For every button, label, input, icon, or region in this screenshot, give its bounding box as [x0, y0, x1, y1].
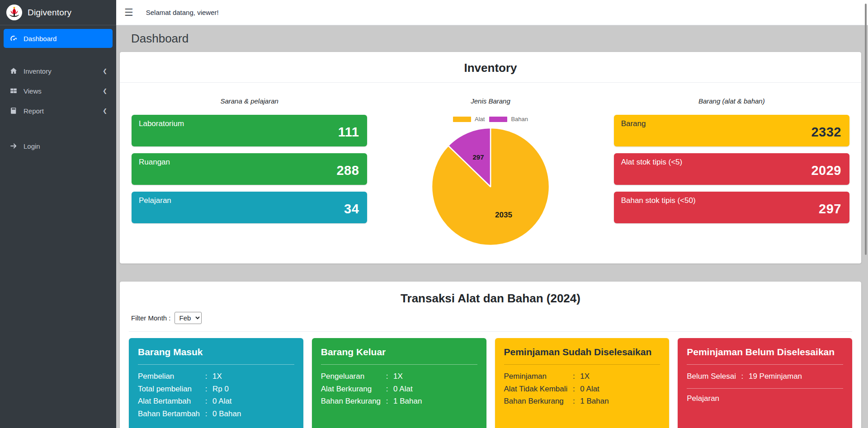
gauge-icon: [9, 34, 18, 43]
stat-card-laboratorium: Laboratorium 111: [132, 115, 367, 146]
card-rows: Belum Selesai : 19 Peminjaman: [687, 370, 843, 383]
brand-name: Digiventory: [28, 8, 71, 18]
card-rows: Pembelian : 1X Total pembelian : Rp 0 Al…: [138, 370, 294, 420]
stat-card-pelajaran: Pelajaran 34: [132, 192, 367, 223]
card-rows: Peminjaman : 1X Alat Tidak Kembali : 0 A…: [504, 370, 660, 408]
stat-card-barang: Barang 2332: [614, 115, 849, 146]
card-peminjaman-belum: Peminjaman Belum Diselesaikan Belum Sele…: [678, 338, 852, 428]
row-value: 0 Alat: [580, 383, 660, 395]
divider: [687, 388, 843, 389]
sidebar-item-inventory[interactable]: Inventory ❮: [4, 61, 113, 80]
page-title: Dashboard: [131, 32, 861, 46]
card-title: Peminjaman Sudah Diselesaikan: [504, 346, 660, 358]
row-label: Belum Selesai: [687, 370, 736, 383]
row-label: Alat Tidak Kembali: [504, 383, 568, 395]
row-label: Peminjaman: [504, 370, 568, 383]
home-icon: [9, 66, 18, 75]
row-label: Pengeluaran: [321, 370, 381, 383]
inventory-panel-title: Inventory: [127, 61, 854, 75]
stat-value: 2332: [811, 125, 841, 140]
university-emblem-icon: [6, 5, 22, 20]
sidebar-item-report[interactable]: Report ❮: [4, 101, 113, 120]
row-label: Pembelian: [138, 370, 200, 383]
column-caption: Sarana & pelajaran: [132, 97, 367, 105]
legend-label: Alat: [475, 116, 485, 122]
transaksi-panel-header: Transaksi Alat dan Bahan (2024) Filter M…: [120, 282, 861, 332]
row-label: Bahan Berkurang: [321, 395, 381, 408]
chevron-left-icon[interactable]: ❮: [103, 68, 107, 74]
topbar: ☰ Selamat datang, viewer!: [116, 0, 868, 25]
separator: :: [570, 395, 577, 408]
pie-legend: Alat Bahan: [453, 116, 528, 122]
scrollbar-thumb[interactable]: [865, 4, 867, 255]
column-barang-alat-bahan: Barang (alat & bahan) Barang 2332 Alat s…: [611, 91, 852, 247]
separator: :: [570, 383, 577, 395]
separator: :: [383, 383, 391, 395]
inventory-panel: Inventory Sarana & pelajaran Laboratoriu…: [120, 52, 861, 263]
separator: :: [383, 395, 391, 408]
transaksi-panel-title: Transaksi Alat dan Bahan (2024): [129, 292, 852, 306]
sidebar: Digiventory Dashboard Invento: [0, 0, 116, 428]
row-label: Alat Bertambah: [138, 395, 200, 408]
row-value: 0 Alat: [393, 383, 477, 395]
separator: :: [203, 395, 210, 408]
arrow-right-icon: [9, 141, 18, 151]
card-extra-label: Pelajaran: [687, 394, 843, 403]
hamburger-menu-icon[interactable]: ☰: [116, 8, 140, 18]
sidebar-item-label: Report: [24, 107, 44, 115]
sidebar-item-login[interactable]: Login: [4, 136, 113, 155]
sidebar-item-views[interactable]: Views ❮: [4, 81, 113, 100]
row-value: 0 Alat: [212, 395, 294, 408]
main-content: Dashboard Inventory Sarana & pelajaran L…: [116, 25, 868, 428]
column-jenis-barang: Jenis Barang Alat Bahan 2035: [370, 91, 611, 247]
row-value: 0 Bahan: [212, 408, 294, 420]
separator: :: [383, 370, 391, 383]
row-value: 1X: [212, 370, 294, 383]
pie-value-bahan: 297: [472, 153, 484, 161]
scrollbar-track: [863, 0, 868, 428]
stat-label: Ruangan: [139, 158, 170, 166]
card-barang-keluar: Barang Keluar Pengeluaran : 1X Alat Berk…: [312, 338, 486, 428]
card-barang-masuk: Barang Masuk Pembelian : 1X Total pembel…: [129, 338, 303, 428]
stat-value: 297: [819, 202, 841, 216]
brand[interactable]: Digiventory: [0, 0, 116, 25]
row-label: Alat Berkurang: [321, 383, 381, 395]
sidebar-item-label: Login: [24, 142, 40, 150]
row-value: 1 Bahan: [393, 395, 477, 408]
stat-value: 34: [344, 202, 359, 216]
card-rows: Pengeluaran : 1X Alat Berkurang : 0 Alat…: [321, 370, 477, 408]
sidebar-item-dashboard[interactable]: Dashboard: [4, 29, 113, 48]
chevron-left-icon[interactable]: ❮: [103, 88, 107, 94]
separator: :: [739, 370, 746, 383]
filter-month-select[interactable]: Feb: [175, 312, 202, 324]
book-icon: [9, 106, 18, 115]
stat-label: Alat stok tipis (<5): [621, 158, 683, 166]
separator: :: [570, 370, 577, 383]
row-value: 1 Bahan: [580, 395, 660, 408]
stat-value: 2029: [811, 163, 841, 178]
transaksi-panel: Transaksi Alat dan Bahan (2024) Filter M…: [120, 282, 861, 428]
table-icon: [9, 86, 18, 95]
stat-label: Bahan stok tipis (<50): [621, 196, 696, 205]
sidebar-item-label: Dashboard: [24, 35, 57, 42]
sidebar-spacer: [4, 121, 113, 136]
divider: [138, 364, 294, 365]
row-label: Bahan Bertambah: [138, 408, 200, 420]
stat-label: Laboratorium: [139, 119, 184, 128]
legend-item-bahan[interactable]: Bahan: [489, 116, 528, 122]
inventory-panel-header: Inventory: [120, 52, 861, 83]
chevron-left-icon[interactable]: ❮: [103, 108, 107, 114]
stat-value: 288: [336, 163, 359, 178]
stat-value: 111: [338, 125, 359, 140]
stat-card-bahan-stok-tipis: Bahan stok tipis (<50) 297: [614, 192, 849, 223]
row-label: Total pembelian: [138, 383, 200, 395]
divider: [321, 364, 477, 365]
legend-item-alat[interactable]: Alat: [453, 116, 485, 122]
legend-label: Bahan: [511, 116, 528, 122]
row-label: Bahan Berkurang: [504, 395, 568, 408]
sidebar-spacer: [4, 49, 113, 61]
separator: :: [203, 383, 210, 395]
column-caption: Jenis Barang: [471, 97, 510, 105]
welcome-message: Selamat datang, viewer!: [146, 9, 219, 16]
card-title: Barang Keluar: [321, 346, 477, 358]
